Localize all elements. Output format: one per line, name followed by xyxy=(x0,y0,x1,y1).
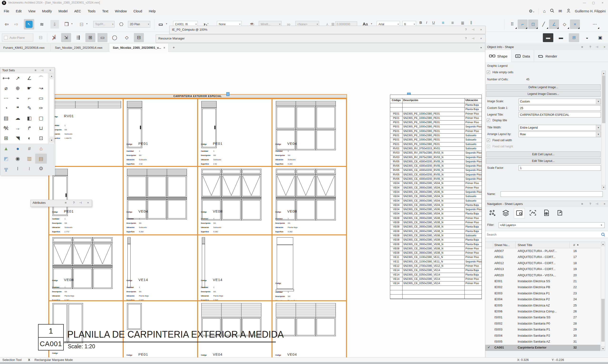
display-title-checkbox[interactable]: ✓ xyxy=(487,119,490,122)
legend-cell[interactable]: Código VE08 Cantidad1 DescripciónSS Ubic… xyxy=(272,167,347,235)
sheet-layer-row[interactable]: AR020 ARQUITECTURA - VISTA... 20 xyxy=(485,273,600,278)
tool-icon[interactable]: ▢ xyxy=(35,113,47,123)
view-option-icon[interactable]: ▣ xyxy=(595,33,605,42)
table-row[interactable]: RV03 SN2365_RV_0975x2380_RV03_N Segundo … xyxy=(390,156,481,160)
mode-button[interactable]: ◯╱ xyxy=(110,33,120,42)
table-row[interactable]: RV05 SN2365_CE_4300x0200_RV05_N Segundo … xyxy=(390,177,481,182)
close-icon[interactable]: × xyxy=(49,68,51,72)
table-row[interactable]: RV05 SN2365_CE_4300x0200_RV05_N Segundo … xyxy=(390,160,481,164)
toolset-category-icon[interactable]: ▲ xyxy=(0,143,12,154)
toolset-category-icon[interactable]: ● xyxy=(12,143,24,154)
spacing-icon[interactable]: ⫴ xyxy=(470,20,472,26)
tool-icon[interactable]: ⊞ xyxy=(0,133,12,143)
selection-tool-button[interactable]: ↖ xyxy=(24,19,34,29)
sheet-layer-row[interactable]: IE003 Instalación Eléctrica P1 23 xyxy=(485,290,600,297)
table-row[interactable]: VE14 SN2365_CE_0250x2380_VE14 Primer Pis… xyxy=(390,277,481,282)
organization-icon[interactable] xyxy=(487,208,498,219)
close-icon[interactable]: × xyxy=(604,202,605,206)
toolset-category-icon[interactable]: ▤ xyxy=(35,154,47,164)
menu-item[interactable]: View xyxy=(25,6,39,17)
pin-icon[interactable]: ⊣ xyxy=(41,68,43,72)
mode-button[interactable]: ⇲╱ xyxy=(61,33,71,42)
file-history-icon[interactable]: ❒ xyxy=(62,20,71,28)
auto-plane-checkbox[interactable] xyxy=(4,36,8,39)
close-icon[interactable]: × xyxy=(480,37,482,40)
tool-icon[interactable]: ℀ xyxy=(0,123,12,133)
menu-item[interactable]: Window xyxy=(112,6,130,17)
menu-item[interactable]: AEC xyxy=(71,6,84,17)
tool-icon[interactable]: ✑ xyxy=(35,103,47,113)
sheet-layer-row[interactable]: IE006 Instalación Eléctrica Cómp... 26 xyxy=(485,309,600,314)
sheet-layer-row[interactable]: IS003 Instalación Sanitaria P1 29 xyxy=(485,327,600,333)
sheet-layer-row[interactable]: IE001 Instalación Eléctrica SS 21 xyxy=(485,278,600,284)
view-option-icon[interactable]: ◒ xyxy=(582,33,592,42)
toolset-category-icon[interactable]: ◩ xyxy=(0,154,12,164)
saved-views-icon[interactable] xyxy=(541,208,552,219)
resource-manager-bar[interactable]: Resource Manager ? ⊣ × xyxy=(156,35,486,43)
table-row[interactable]: Planta Baja xyxy=(390,103,481,107)
legend-cell[interactable]: Código VE14 Cantidad1 DescripciónSS Ubic… xyxy=(198,235,272,301)
import-icon[interactable]: ⇓ xyxy=(51,20,59,28)
legend-cell[interactable]: Código VE04 Cantidad1 DescripciónSS Ubic… xyxy=(272,99,347,167)
tool-icon[interactable]: ⌁ xyxy=(12,93,24,103)
table-row[interactable]: PE01 SN2365_PE_1000x2380_PE01 Primer Pis… xyxy=(390,120,481,125)
tool-icon[interactable]: ◥ xyxy=(12,133,24,143)
menu-item[interactable]: Tools xyxy=(84,6,99,17)
dropdown-caret-icon[interactable]: ▼ xyxy=(596,99,601,104)
table-row[interactable]: VE04 SN2365_CE_3900x2380_VE04_N Primer P… xyxy=(390,186,481,190)
legend-cell[interactable]: Código PE01 Cantidad1 DescripciónSS Ubic… xyxy=(123,99,198,167)
legend-cell[interactable]: Código PE01 Cantidad1 DescripciónSS Ubic… xyxy=(198,99,272,167)
scroll-up-icon[interactable]: ▲ xyxy=(601,242,605,246)
table-row[interactable]: PE01 SN2365_PE_1000x2380_PE01 Subsuelo xyxy=(390,143,481,147)
viewport-frame-icon[interactable]: ▭ xyxy=(156,20,165,28)
user-icon[interactable] xyxy=(566,9,571,14)
table-row[interactable]: VE08 SN2365_CE_3900x2380_VE08_N Primer P… xyxy=(390,251,481,255)
view-option-icon[interactable]: ⊞ xyxy=(569,33,579,42)
sheet-layer-row[interactable]: ✓ CA001 Carpintería Exterior 32 xyxy=(485,345,600,351)
drawing-canvas[interactable]: CARPINTERIA EXTERIOR ESPECIAL Código RV0… xyxy=(0,52,485,357)
name-input[interactable] xyxy=(501,191,603,197)
align-left-icon[interactable]: ≡ xyxy=(442,20,444,26)
align-justify-icon[interactable]: ≣ xyxy=(461,20,464,26)
legend-image-classes-button[interactable]: Legend Image Classes... xyxy=(486,91,601,97)
menu-item[interactable]: Modify xyxy=(39,6,55,17)
scroll-up-icon[interactable]: ▲ xyxy=(49,74,54,78)
sheet-layer-row[interactable]: IS005 Instalación Sanitaria AZ 31 xyxy=(485,339,600,345)
tool-icon[interactable]: ↱ xyxy=(24,123,35,133)
minimize-button[interactable]: — xyxy=(581,0,588,5)
arrange-layout-dropdown[interactable]: Row▼ xyxy=(518,131,601,137)
legend-cell[interactable]: Código VE08 Cantidad1 DescripciónSS Ubic… xyxy=(198,167,272,235)
scroll-down-icon[interactable]: ▼ xyxy=(602,185,606,189)
tab-close-icon[interactable]: × xyxy=(163,46,165,50)
text-style-caret-icon[interactable]: ▾ xyxy=(371,22,372,25)
table-row[interactable]: RV05 SN2365_CE_4300x0200_RV05_N Segundo … xyxy=(390,164,481,168)
menu-item[interactable]: Edit xyxy=(13,6,25,17)
menu-item[interactable]: Text xyxy=(99,6,112,17)
table-row[interactable]: RV05 SN2365_CE_4300x0200_RV05_N Segundo … xyxy=(390,173,481,177)
viewport-caret-icon[interactable]: ▾ xyxy=(166,22,167,25)
help-icon[interactable]: ? xyxy=(589,45,591,49)
sheet-layer-row[interactable]: IS001 Instalación Sanitaria SS 27 xyxy=(485,314,600,321)
table-row[interactable]: VE14 SN2365_CE_0250x2380_VE14 Primer Pis… xyxy=(390,282,481,286)
tab-shape[interactable]: Shape xyxy=(485,50,511,62)
pin-icon[interactable]: ⊣ xyxy=(472,28,474,31)
projection-cube-icon[interactable]: ⎔ xyxy=(117,20,126,28)
tool-icon[interactable]: ⟷ xyxy=(0,73,12,83)
panel-menu-icon[interactable]: ≡ xyxy=(581,45,583,49)
maximize-button[interactable]: ▢ xyxy=(590,0,597,5)
legend-cell[interactable]: Código VE14 Cantidad1 DescripciónSS Ubic… xyxy=(123,235,198,301)
column-header-sheet-number[interactable]: Sheet Nu... xyxy=(494,243,510,247)
tool-icon[interactable]: → xyxy=(12,123,24,133)
pin-icon[interactable]: ⊣ xyxy=(596,45,598,49)
search-icon[interactable] xyxy=(550,9,554,14)
selection-handle[interactable] xyxy=(226,92,230,96)
table-row[interactable] xyxy=(390,290,481,295)
search-input[interactable] xyxy=(487,232,596,237)
edit-cell-layout-button[interactable]: Edit Cell Layout... xyxy=(486,151,601,157)
tool-icon[interactable]: ❝ xyxy=(12,103,24,113)
sheet-layer-row[interactable]: AR012 ARQUITECTURA - CORT... 18 xyxy=(485,260,600,266)
custom-scale-input[interactable] xyxy=(518,105,601,111)
graphic-legend[interactable]: Código RV01 Cantidad1 DescripciónSS Ubic… xyxy=(48,98,347,357)
table-row[interactable] xyxy=(390,286,481,290)
close-icon[interactable]: × xyxy=(604,45,605,49)
